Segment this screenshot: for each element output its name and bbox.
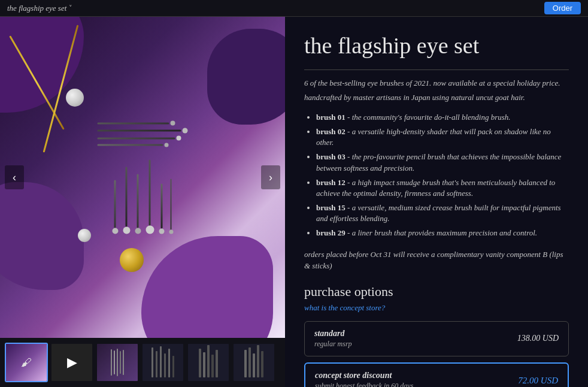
bg-shape-4	[141, 236, 273, 338]
next-arrow-button[interactable]: ›	[261, 165, 280, 189]
purchase-option-concept[interactable]: concept store discount submit honest fee…	[304, 362, 569, 387]
option-standard-desc: regular msrp	[314, 340, 352, 349]
promo-text: orders placed before Oct 31 will receive…	[304, 249, 569, 272]
thumbnail-5[interactable]	[187, 343, 230, 382]
product-subtitle: handcrafted by master artisans in Japan …	[304, 93, 569, 102]
purchase-title: purchase options	[304, 284, 569, 300]
pearl-ball-2	[78, 229, 91, 242]
brush-item-01: brush 01 - the community's favourite do-…	[316, 112, 569, 123]
main-image-area: ‹ ›	[0, 17, 285, 338]
brush-list: brush 01 - the community's favourite do-…	[304, 112, 569, 239]
brush-item-15: brush 15 - a versatile, medium sized cre…	[316, 202, 569, 224]
play-icon: ▶	[67, 355, 77, 370]
option-concept-price: 72.00 USD 138.00 USD	[518, 376, 558, 387]
image-section: ‹ › 🖌 ▶	[0, 17, 285, 387]
title-divider	[304, 69, 569, 70]
nav-dropdown-chevron[interactable]: ˅	[69, 4, 72, 12]
option-concept-left: concept store discount submit honest fee…	[315, 371, 413, 387]
thumbnails-strip: 🖌 ▶	[0, 338, 285, 387]
concept-price-discount: 72.00 USD	[518, 376, 558, 386]
option-concept-name: concept store discount	[315, 371, 413, 380]
thumbnail-2-video[interactable]: ▶	[50, 343, 93, 382]
thumbnail-3[interactable]	[96, 343, 139, 382]
option-concept-desc: submit honest feedback in 60 days	[315, 382, 413, 387]
gold-ball	[120, 248, 144, 272]
thumbnail-6[interactable]	[232, 343, 275, 382]
thumbnail-4[interactable]	[141, 343, 184, 382]
purchase-option-standard[interactable]: standard regular msrp 138.00 USD	[304, 321, 569, 356]
main-content: ‹ › 🖌 ▶	[0, 17, 588, 387]
prev-arrow-button[interactable]: ‹	[5, 165, 24, 189]
order-button[interactable]: Order	[544, 2, 581, 14]
product-section: the flagship eye set 6 of the best-selli…	[285, 17, 588, 387]
standard-price-value: 138.00 USD	[517, 334, 559, 343]
nav-title: the flagship eye set	[7, 4, 66, 13]
product-title: the flagship eye set	[304, 34, 569, 59]
brush-item-29: brush 29 - a liner brush that provides m…	[316, 228, 569, 238]
product-tagline: 6 of the best-selling eye brushes of 202…	[304, 78, 569, 88]
option-standard-name: standard	[314, 329, 352, 338]
pearl-ball-1	[66, 89, 84, 107]
concept-store-link[interactable]: what is the concept store?	[304, 303, 569, 313]
thumbnail-1[interactable]: 🖌	[5, 343, 48, 382]
brush-item-03: brush 03 - the pro-favourite pencil brus…	[316, 152, 569, 173]
brush-item-12: brush 12 - a high impact smudge brush th…	[316, 177, 569, 199]
bg-shape-3	[207, 29, 285, 125]
navbar: the flagship eye set ˅ Order	[0, 0, 588, 17]
option-standard-left: standard regular msrp	[314, 329, 352, 349]
brush-item-02: brush 02 - a versatile high-density shad…	[316, 126, 569, 148]
bg-shape-2	[0, 182, 84, 290]
option-standard-price: 138.00 USD	[517, 334, 559, 343]
brushes-display	[98, 121, 188, 234]
